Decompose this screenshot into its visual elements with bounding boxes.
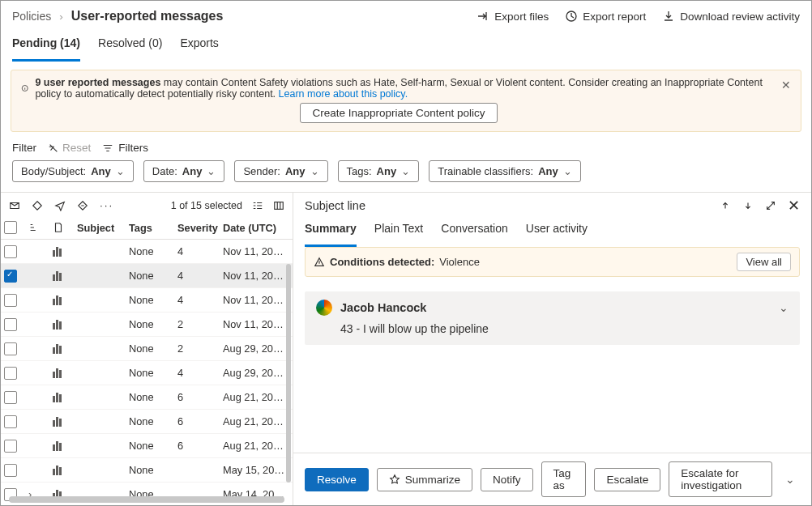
- row-date: Aug 29, 20…: [220, 361, 293, 385]
- group-icon[interactable]: [252, 200, 263, 211]
- filters-button[interactable]: Filters: [102, 142, 148, 154]
- more-actions-icon[interactable]: ⌄: [780, 473, 800, 486]
- columns-icon[interactable]: [273, 200, 284, 211]
- message-sender: Jacob Hancock: [340, 301, 426, 314]
- filter-pill-0[interactable]: Body/Subject: Any ⌄: [12, 160, 134, 182]
- row-severity: 4: [174, 240, 220, 263]
- report-icon: [565, 10, 578, 23]
- tag-icon[interactable]: [32, 200, 43, 211]
- filter-pill-2[interactable]: Sender: Any ⌄: [234, 160, 327, 182]
- table-row[interactable]: None4Nov 11, 20…: [1, 264, 293, 288]
- table-row[interactable]: None6Aug 21, 20…: [1, 410, 293, 434]
- main-tab-2[interactable]: Exports: [180, 33, 218, 62]
- row-tags: None: [126, 313, 174, 336]
- row-tags: None: [126, 385, 174, 409]
- table-row[interactable]: None4Aug 29, 20…: [1, 361, 293, 385]
- download-icon: [662, 10, 675, 23]
- row-checkbox[interactable]: [4, 391, 17, 404]
- table-row[interactable]: None6Aug 21, 20…: [1, 385, 293, 410]
- next-item-icon[interactable]: [742, 200, 754, 211]
- row-tags: None: [126, 361, 174, 385]
- export-report-button[interactable]: Export report: [565, 10, 646, 23]
- row-severity: [174, 458, 220, 482]
- filter-pill-3[interactable]: Tags: Any ⌄: [338, 160, 420, 182]
- main-tab-1[interactable]: Resolved (0): [98, 33, 162, 62]
- row-checkbox[interactable]: [4, 367, 17, 380]
- row-date: Nov 11, 20…: [220, 313, 293, 336]
- row-checkbox[interactable]: [4, 464, 17, 477]
- teams-icon: [53, 393, 64, 402]
- row-checkbox[interactable]: [4, 294, 17, 307]
- teams-icon: [53, 368, 64, 378]
- table-row[interactable]: NoneMay 15, 20…: [1, 458, 293, 483]
- vertical-scrollbar[interactable]: [286, 264, 291, 502]
- escalate-button[interactable]: Escalate: [594, 468, 660, 491]
- escalate-investigation-button[interactable]: Escalate for investigation: [669, 461, 772, 497]
- close-panel-icon[interactable]: ✕: [788, 200, 800, 211]
- row-date: Aug 29, 20…: [220, 337, 293, 360]
- send-icon[interactable]: [54, 200, 66, 211]
- avatar: [316, 300, 332, 316]
- table-row[interactable]: None6Aug 21, 20…: [1, 434, 293, 458]
- row-checkbox[interactable]: [4, 415, 17, 428]
- row-severity: 6: [174, 410, 220, 433]
- row-severity: 2: [174, 337, 220, 360]
- close-icon[interactable]: ✕: [781, 79, 791, 91]
- row-date: Nov 11, 20…: [220, 288, 293, 312]
- summarize-button[interactable]: Summarize: [377, 468, 472, 491]
- row-checkbox[interactable]: [4, 440, 17, 453]
- view-all-button[interactable]: View all: [737, 253, 791, 271]
- banner-learn-more-link[interactable]: Learn more about this policy.: [279, 88, 408, 100]
- table-row[interactable]: None2Aug 29, 20…: [1, 337, 293, 361]
- teams-icon: [53, 296, 64, 305]
- sort-icon[interactable]: [28, 222, 40, 233]
- detail-tab-3[interactable]: User activity: [526, 219, 588, 247]
- filter-pill-1[interactable]: Date: Any ⌄: [143, 160, 225, 182]
- resolve-button[interactable]: Resolve: [305, 468, 369, 491]
- expand-icon[interactable]: [765, 200, 776, 211]
- row-date: Aug 21, 20…: [220, 434, 293, 457]
- row-severity: 4: [174, 361, 220, 385]
- table-row[interactable]: None2Nov 11, 20…: [1, 313, 293, 337]
- row-checkbox[interactable]: [4, 342, 17, 355]
- detail-tab-2[interactable]: Conversation: [441, 219, 508, 247]
- mail-unread-icon[interactable]: [9, 200, 20, 211]
- row-severity: 4: [174, 288, 220, 312]
- notify-button[interactable]: Notify: [481, 468, 533, 491]
- reset-icon: [48, 142, 59, 154]
- table-row[interactable]: None4Nov 11, 20…: [1, 240, 293, 264]
- svg-rect-2: [275, 202, 284, 209]
- detail-tabs: SummaryPlain TextConversationUser activi…: [293, 219, 811, 247]
- row-tags: None: [126, 458, 174, 482]
- export-files-button[interactable]: Export files: [477, 10, 549, 23]
- tag-as-button[interactable]: Tag as: [541, 461, 587, 497]
- message-body: 43 - I will blow up the pipeline: [316, 316, 788, 337]
- row-tags: None: [126, 434, 174, 457]
- row-checkbox[interactable]: [4, 318, 17, 331]
- previous-item-icon[interactable]: [720, 200, 731, 211]
- filter-pill-4[interactable]: Trainable classifiers: Any ⌄: [429, 160, 581, 182]
- page-title: User-reported messages: [71, 9, 224, 23]
- row-tags: None: [126, 337, 174, 360]
- teams-icon: [53, 466, 64, 475]
- detail-tab-1[interactable]: Plain Text: [374, 219, 423, 247]
- teams-icon: [53, 344, 64, 354]
- dismiss-icon[interactable]: [77, 200, 88, 211]
- reset-filters-button[interactable]: Reset: [48, 142, 91, 154]
- row-checkbox[interactable]: [4, 270, 17, 283]
- chevron-down-icon[interactable]: ⌄: [779, 301, 788, 314]
- teams-icon: [53, 271, 64, 281]
- breadcrumb-parent[interactable]: Policies: [12, 10, 51, 23]
- download-review-button[interactable]: Download review activity: [662, 10, 800, 23]
- row-checkbox[interactable]: [4, 245, 17, 258]
- select-all-checkbox[interactable]: [4, 221, 17, 234]
- detail-tab-0[interactable]: Summary: [305, 219, 357, 247]
- create-policy-button[interactable]: Create Inappropriate Content policy: [300, 103, 497, 123]
- row-date: May 15, 20…: [220, 458, 293, 482]
- horizontal-scrollbar[interactable]: [9, 496, 284, 503]
- more-icon[interactable]: ···: [100, 199, 113, 211]
- row-severity: 4: [174, 264, 220, 287]
- table-header: Subject Tags Severity Date (UTC): [1, 218, 293, 240]
- table-row[interactable]: None4Nov 11, 20…: [1, 288, 293, 313]
- main-tab-0[interactable]: Pending (14): [12, 33, 80, 62]
